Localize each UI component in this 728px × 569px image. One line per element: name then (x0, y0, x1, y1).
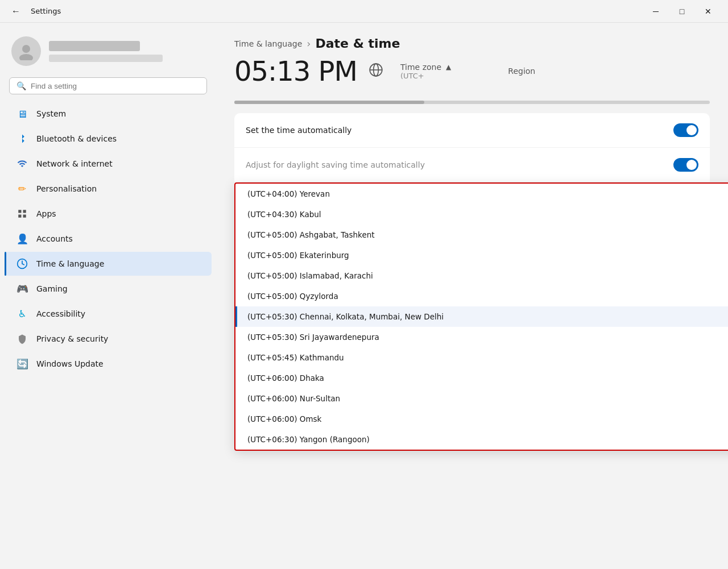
sidebar-item-label-time: Time & language (36, 259, 104, 268)
tz-option-ekaterinburg[interactable]: (UTC+05:00) Ekaterinburg (235, 245, 728, 265)
set-time-auto-toggle[interactable] (673, 123, 698, 137)
svg-rect-3 (23, 210, 26, 213)
accessibility-icon: ♿ (16, 308, 28, 320)
network-icon (16, 157, 28, 170)
sidebar-item-privacy[interactable]: Privacy & security (5, 327, 212, 351)
main-content: Time & language › Date & time 05:13 PM T… (216, 23, 728, 569)
gaming-icon: 🎮 (16, 283, 28, 295)
bluetooth-icon (16, 132, 28, 145)
title-bar: ← Settings ─ □ ✕ (0, 0, 728, 23)
set-time-auto-left: Set the time automatically (246, 126, 351, 135)
time-row: 05:13 PM Time zone ▲ (UTC+ Region (234, 55, 710, 87)
tz-option-kathmandu[interactable]: (UTC+05:45) Kathmandu (235, 347, 728, 368)
close-button[interactable]: ✕ (695, 2, 721, 20)
sidebar-item-label-accessibility: Accessibility (36, 309, 85, 318)
sidebar-item-label-accounts: Accounts (36, 234, 73, 243)
app-body: 🔍 🖥 System Bluetooth & devices Network &… (0, 23, 728, 569)
timezone-header: Time zone ▲ (UTC+ Region (400, 63, 535, 80)
set-time-auto-row: Set the time automatically (234, 113, 710, 148)
settings-group-main: Set the time automatically Adjust for da… (234, 113, 710, 284)
tz-option-ashgabat[interactable]: (UTC+05:00) Ashgabat, Tashkent (235, 225, 728, 245)
sidebar-item-label-update: Windows Update (36, 359, 104, 368)
sidebar-item-accessibility[interactable]: ♿ Accessibility (5, 302, 212, 326)
sidebar-item-gaming[interactable]: 🎮 Gaming (5, 277, 212, 301)
svg-rect-4 (18, 215, 21, 218)
daylight-saving-row: Adjust for daylight saving time automati… (234, 148, 710, 182)
accounts-icon: 👤 (16, 232, 28, 245)
tz-option-nursultan[interactable]: (UTC+06:00) Nur-Sultan (235, 388, 728, 409)
breadcrumb-parent[interactable]: Time & language (234, 39, 302, 48)
sidebar-item-accounts[interactable]: 👤 Accounts (5, 227, 212, 251)
svg-point-0 (22, 45, 30, 53)
set-time-auto-label: Set the time automatically (246, 126, 351, 135)
user-sub (49, 55, 163, 62)
sidebar-item-bluetooth[interactable]: Bluetooth & devices (5, 127, 212, 151)
apps-icon (16, 207, 28, 220)
minimize-button[interactable]: ─ (643, 2, 669, 20)
sidebar-item-update[interactable]: 🔄 Windows Update (5, 352, 212, 376)
timezone-label: Time zone (400, 63, 441, 72)
app-title: Settings (31, 7, 61, 15)
personalisation-icon: ✏ (16, 182, 28, 195)
back-button[interactable]: ← (7, 2, 25, 20)
sidebar-item-time[interactable]: Time & language (5, 252, 212, 276)
user-profile (0, 32, 216, 77)
tz-option-qyzylorda[interactable]: (UTC+05:00) Qyzylorda (235, 286, 728, 306)
tz-option-yerevan[interactable]: (UTC+04:00) Yerevan (235, 184, 728, 204)
time-icon (16, 257, 28, 270)
svg-point-1 (19, 54, 33, 60)
sidebar-item-system[interactable]: 🖥 System (5, 102, 212, 126)
search-input[interactable] (31, 82, 200, 90)
tz-option-omsk[interactable]: (UTC+06:00) Omsk (235, 409, 728, 429)
timezone-row: Time zone (UTC+04:00) Yerevan (UTC+04:30… (234, 182, 710, 220)
tz-option-yangon[interactable]: (UTC+06:30) Yangon (Rangoon) (235, 429, 728, 450)
sidebar-item-personalisation[interactable]: ✏ Personalisation (5, 177, 212, 201)
user-name (49, 41, 140, 51)
update-icon: 🔄 (16, 358, 28, 370)
sidebar-item-label-system: System (36, 109, 66, 118)
breadcrumb-separator: › (307, 38, 311, 49)
svg-rect-5 (23, 215, 26, 218)
timezone-value: (UTC+ (400, 72, 451, 80)
current-time: 05:13 PM (234, 55, 357, 87)
svg-rect-2 (18, 210, 21, 213)
breadcrumb: Time & language › Date & time (234, 36, 710, 51)
active-indicator (5, 252, 6, 276)
breadcrumb-current: Date & time (315, 36, 400, 51)
sidebar-item-network[interactable]: Network & internet (5, 152, 212, 176)
tz-option-islamabad[interactable]: (UTC+05:00) Islamabad, Karachi (235, 265, 728, 286)
tz-option-chennai[interactable]: (UTC+05:30) Chennai, Kolkata, Mumbai, Ne… (235, 306, 728, 327)
user-info (49, 41, 163, 62)
timezone-dropdown[interactable]: (UTC+04:00) Yerevan (UTC+04:30) Kabul (U… (234, 182, 728, 451)
sidebar-item-label-privacy: Privacy & security (36, 334, 108, 343)
sidebar-item-apps[interactable]: Apps (5, 202, 212, 226)
daylight-saving-left: Adjust for daylight saving time automati… (246, 160, 425, 169)
region-label: Region (508, 67, 535, 76)
avatar (11, 36, 41, 66)
maximize-button[interactable]: □ (669, 2, 695, 20)
time-icons (369, 63, 383, 80)
title-bar-left: ← Settings (7, 2, 61, 20)
sidebar-item-label-network: Network & internet (36, 159, 113, 168)
tz-option-srilanka[interactable]: (UTC+05:30) Sri Jayawardenepura (235, 327, 728, 347)
window-controls: ─ □ ✕ (643, 2, 721, 20)
scrollbar-track[interactable] (234, 101, 710, 104)
sidebar-item-label-apps: Apps (36, 209, 56, 218)
sidebar: 🔍 🖥 System Bluetooth & devices Network &… (0, 23, 216, 569)
daylight-saving-label: Adjust for daylight saving time automati… (246, 160, 425, 169)
nav-items: 🖥 System Bluetooth & devices Network & i… (0, 101, 216, 376)
system-icon: 🖥 (16, 107, 28, 120)
sidebar-item-label-gaming: Gaming (36, 284, 68, 293)
scrollbar-thumb (234, 101, 424, 104)
search-icon: 🔍 (16, 81, 26, 90)
tz-option-dhaka[interactable]: (UTC+06:00) Dhaka (235, 368, 728, 388)
tz-option-kabul[interactable]: (UTC+04:30) Kabul (235, 204, 728, 225)
timezone-chevron: ▲ (446, 63, 451, 71)
sidebar-item-label-personalisation: Personalisation (36, 184, 97, 193)
globe-icon (369, 63, 383, 80)
search-box[interactable]: 🔍 (9, 77, 207, 94)
daylight-saving-toggle[interactable] (673, 158, 698, 172)
sidebar-item-label-bluetooth: Bluetooth & devices (36, 134, 117, 143)
privacy-icon (16, 333, 28, 345)
